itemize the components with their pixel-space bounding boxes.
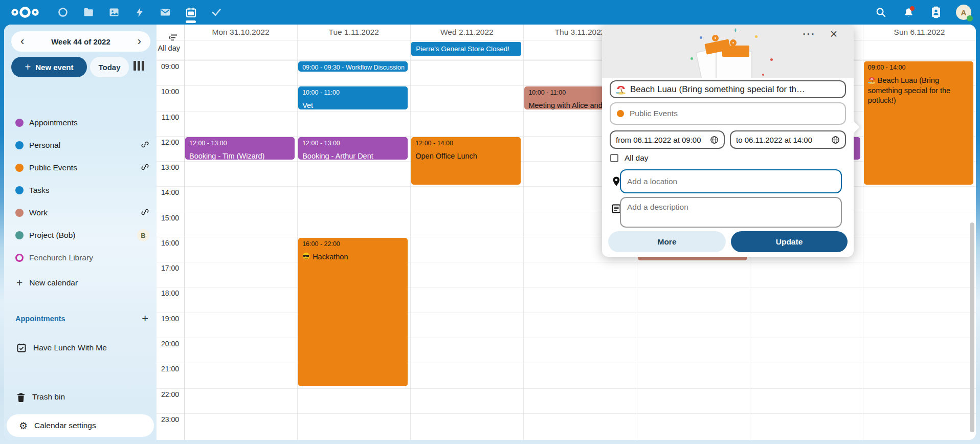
event-time: 16:00 - 22:00 bbox=[302, 240, 404, 248]
vertical-scrollbar[interactable] bbox=[970, 223, 974, 432]
end-date-input[interactable]: to 06.11.2022 at 14:00 bbox=[730, 130, 846, 149]
next-week-button[interactable]: › bbox=[137, 36, 142, 47]
sidebar-calendar-personal[interactable]: Personal bbox=[4, 134, 157, 157]
hour-label: 12:00 bbox=[157, 138, 179, 146]
allday-event[interactable]: Pierre's General Store Closed! bbox=[411, 42, 521, 56]
sidebar-calendar-work[interactable]: Work bbox=[4, 202, 157, 224]
calendar-color-dot bbox=[15, 186, 24, 194]
tasks-app-icon[interactable] bbox=[204, 0, 229, 25]
checkbox-box[interactable] bbox=[610, 154, 618, 162]
calendar-picker[interactable]: Public Events bbox=[610, 102, 846, 125]
timezone-globe-icon[interactable] bbox=[831, 136, 840, 144]
today-button[interactable]: Today bbox=[90, 57, 129, 77]
mail-app-icon[interactable] bbox=[152, 0, 178, 25]
new-event-button[interactable]: + New event bbox=[11, 57, 87, 77]
appointment-item[interactable]: Have Lunch With Me bbox=[4, 337, 157, 359]
calendar-settings-label: Calendar settings bbox=[34, 421, 96, 430]
close-icon[interactable]: × bbox=[826, 27, 841, 43]
week-view-icon[interactable] bbox=[133, 61, 144, 71]
sidebar-calendar-fenchurch-library[interactable]: Fenchurch Library bbox=[4, 247, 157, 269]
user-avatar[interactable]: A bbox=[952, 0, 975, 25]
event-time: 09:00 - 09:30 - Workflow Discussion bbox=[302, 64, 404, 71]
hour-gridline bbox=[157, 363, 976, 363]
calendar-color-dot bbox=[15, 164, 24, 172]
end-date-value: to 06.11.2022 at 14:00 bbox=[736, 136, 812, 144]
calendar-settings-button[interactable]: ⚙ Calendar settings bbox=[7, 414, 154, 437]
share-link-icon bbox=[141, 140, 149, 149]
hour-label: 11:00 bbox=[157, 113, 179, 121]
timezone-globe-icon[interactable] bbox=[710, 136, 719, 144]
online-status-dot bbox=[967, 15, 973, 21]
trash-bin-button[interactable]: Trash bin bbox=[4, 386, 157, 408]
all-day-label: All day bbox=[157, 44, 180, 52]
hour-label: 18:00 bbox=[157, 289, 179, 297]
calendar-label: Work bbox=[29, 208, 141, 217]
location-input[interactable] bbox=[620, 169, 842, 193]
notification-badge bbox=[910, 6, 915, 11]
start-date-input[interactable]: from 06.11.2022 at 09:00 bbox=[610, 130, 725, 149]
day-header: Tue 1.11.2022 bbox=[297, 25, 410, 40]
event-block[interactable]: 12:00 - 14:00Open Office Lunch bbox=[411, 137, 521, 185]
hour-gridline bbox=[157, 413, 976, 414]
appointments-header-label: Appointments bbox=[15, 315, 142, 323]
event-block[interactable]: 09:00 - 14:00Beach Luau (Bring something… bbox=[864, 61, 973, 185]
event-title: Booking - Tim (Wizard) bbox=[189, 151, 291, 160]
hour-label: 22:00 bbox=[157, 390, 179, 398]
nextcloud-logo[interactable] bbox=[7, 6, 43, 19]
previous-week-button[interactable]: ‹ bbox=[19, 36, 25, 47]
event-title-input[interactable]: Beach Luau (Bring something special for … bbox=[610, 80, 846, 98]
share-link-icon bbox=[141, 208, 149, 216]
contacts-icon[interactable] bbox=[925, 0, 947, 25]
all-day-checkbox[interactable]: All day bbox=[610, 153, 649, 163]
top-bar-right: A bbox=[870, 0, 975, 25]
week-label: Week 44 of 2022 bbox=[51, 37, 110, 46]
event-block[interactable]: 16:00 - 22:00Hackathon bbox=[298, 238, 408, 387]
hour-label: 23:00 bbox=[157, 415, 179, 424]
event-title-text: Beach Luau (Bring something special for … bbox=[868, 76, 950, 104]
calendar-label: Personal bbox=[29, 141, 141, 150]
notifications-bell-icon[interactable] bbox=[897, 0, 920, 25]
dashboard-app-icon[interactable] bbox=[50, 0, 76, 25]
event-title: Beach Luau (Bring something special for … bbox=[868, 76, 969, 106]
calendar-color-dot bbox=[15, 209, 24, 217]
event-time: 10:00 - 11:00 bbox=[302, 89, 404, 96]
hour-label: 19:00 bbox=[157, 315, 179, 323]
column-gridline bbox=[297, 25, 298, 440]
event-block[interactable]: 09:00 - 09:30 - Workflow Discussion bbox=[298, 61, 408, 72]
calendar-label: Project (Bob) bbox=[29, 231, 137, 240]
event-block[interactable]: 12:00 - 13:00Booking - Arthur Dent bbox=[298, 137, 408, 160]
sidebar-calendar-appointments[interactable]: Appointments bbox=[4, 112, 157, 134]
sidebar-calendar-tasks[interactable]: Tasks bbox=[4, 179, 157, 202]
event-title-text: Meeting with Alice and B bbox=[528, 101, 609, 109]
files-app-icon[interactable] bbox=[76, 0, 101, 25]
event-actions-menu-button[interactable]: ··· bbox=[801, 29, 817, 42]
new-calendar-button[interactable]: + New calendar bbox=[4, 272, 157, 294]
calendar-list: AppointmentsPersonalPublic EventsTasksWo… bbox=[4, 112, 157, 269]
calendar-label: Appointments bbox=[29, 118, 149, 127]
top-bar: A bbox=[0, 0, 980, 25]
add-appointment-config-button[interactable]: + bbox=[142, 312, 148, 325]
sidebar-calendar-public-events[interactable]: Public Events bbox=[4, 157, 157, 179]
search-icon[interactable] bbox=[870, 0, 892, 25]
calendar-color-dot bbox=[617, 110, 624, 117]
event-title-text: Hackathon bbox=[313, 252, 348, 262]
event-title-text: Open Office Lunch bbox=[415, 151, 477, 162]
sidebar-calendar-project-bob-[interactable]: Project (Bob)B bbox=[4, 224, 157, 247]
hour-label: 17:00 bbox=[157, 264, 179, 272]
calendar-app-icon[interactable] bbox=[178, 0, 204, 25]
hour-label: 14:00 bbox=[157, 188, 179, 196]
column-gridline bbox=[863, 25, 863, 440]
description-input[interactable] bbox=[620, 197, 842, 228]
photos-app-icon[interactable] bbox=[101, 0, 127, 25]
more-button[interactable]: More bbox=[608, 231, 726, 252]
hour-label: 13:00 bbox=[157, 163, 179, 171]
app-menu bbox=[7, 0, 229, 25]
day-header: Mon 31.10.2022 bbox=[184, 25, 297, 40]
update-button[interactable]: Update bbox=[731, 231, 848, 252]
event-block[interactable]: 12:00 - 13:00Booking - Tim (Wizard) bbox=[185, 137, 295, 160]
sidebar: ‹ Week 44 of 2022 › + New event Today Ap… bbox=[4, 25, 157, 440]
event-title-value: Beach Luau (Bring something special for … bbox=[630, 84, 805, 95]
activity-app-icon[interactable] bbox=[127, 0, 152, 25]
event-block[interactable]: 10:00 - 11:00Vet bbox=[298, 86, 408, 109]
hour-label: 16:00 bbox=[157, 239, 179, 247]
